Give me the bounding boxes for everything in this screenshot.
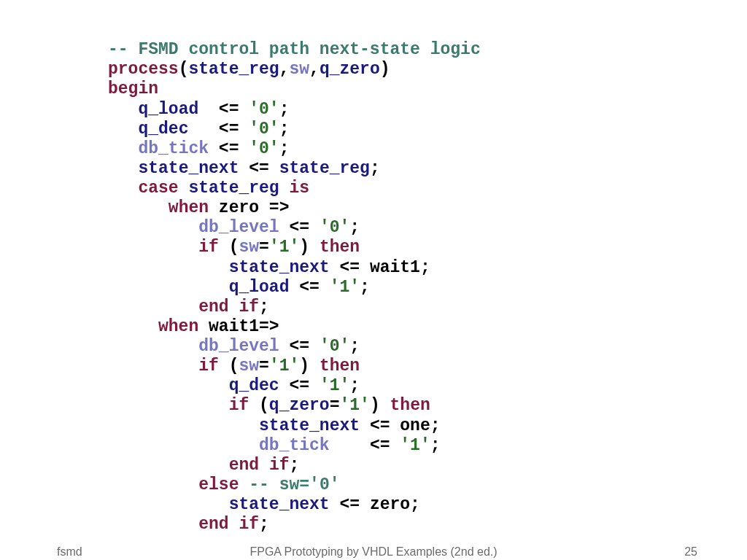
footer-page-number: 25 xyxy=(684,545,697,559)
code-block: -- FSMD control path next-state logic pr… xyxy=(108,20,481,534)
code-line: -- FSMD control path next-state logic xyxy=(108,40,481,59)
footer-center: FPGA Prototyping by VHDL Examples (2nd e… xyxy=(0,545,747,559)
